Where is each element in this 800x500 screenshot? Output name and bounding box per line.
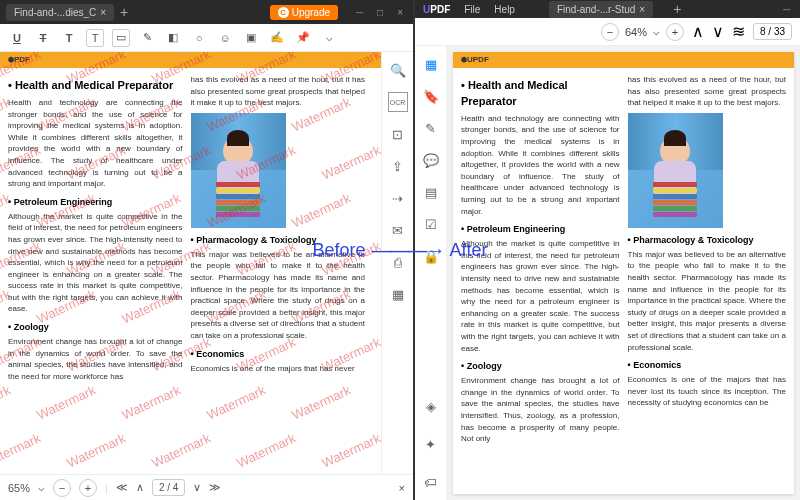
export-icon[interactable]: ⇪ bbox=[388, 156, 408, 176]
new-tab-button[interactable]: + bbox=[120, 4, 128, 20]
upgrade-button[interactable]: CUpgrade bbox=[270, 5, 338, 20]
page-input[interactable]: 2 / 4 bbox=[152, 479, 185, 496]
save-bookmark-icon[interactable]: 🏷 bbox=[421, 472, 441, 492]
content-left: ⬢ PDF Health and Medical Preparator Heal… bbox=[0, 52, 413, 474]
zoom-value: 64% bbox=[625, 26, 647, 38]
heading: Pharmacology & Toxicology bbox=[628, 234, 787, 247]
ai-icon[interactable]: ✦ bbox=[421, 434, 441, 454]
underline-button[interactable]: U bbox=[8, 29, 26, 47]
first-page-icon[interactable]: ≪ bbox=[116, 481, 128, 494]
menu-file[interactable]: File bbox=[464, 4, 480, 15]
heading: Economics bbox=[628, 359, 787, 372]
format-toolbar: U T T T ▭ ✎ ◧ ○ ☺ ▣ ✍ 📌 ⌵ bbox=[0, 24, 413, 52]
paragraph: Health and technology are connecting the… bbox=[8, 97, 183, 190]
signature-icon[interactable]: ✍ bbox=[268, 29, 286, 47]
mail-icon[interactable]: ✉ bbox=[388, 220, 408, 240]
heading: Health and Medical Preparator bbox=[461, 78, 620, 110]
next-page-icon[interactable]: ∨ bbox=[193, 481, 201, 494]
flatten-icon[interactable]: ▦ bbox=[388, 284, 408, 304]
paragraph: Economics is one of the majors that has … bbox=[628, 374, 787, 409]
pencil-icon[interactable]: ✎ bbox=[138, 29, 156, 47]
page-input[interactable]: 8 / 33 bbox=[753, 23, 792, 40]
bottom-bar-left: 65% ⌵ − + | ≪ ∧ 2 / 4 ∨ ≫ × bbox=[0, 474, 413, 500]
edit-icon[interactable]: ✎ bbox=[421, 118, 441, 138]
document-right: ⬢ UPDF Health and Medical Preparator Hea… bbox=[453, 52, 794, 494]
pin-icon[interactable]: 📌 bbox=[294, 29, 312, 47]
minimize-icon[interactable]: ─ bbox=[783, 4, 790, 15]
zoom-in-button[interactable]: + bbox=[666, 23, 684, 41]
right-sidebar-left-pane: 🔍 OCR ⊡ ⇪ ⇢ ✉ ⎙ ▦ bbox=[381, 52, 413, 474]
text-button[interactable]: T bbox=[60, 29, 78, 47]
titlebar-left: Find-and-...dies_C× + CUpgrade ─ □ × bbox=[0, 0, 413, 24]
zoom-out-button[interactable]: − bbox=[53, 479, 71, 497]
note-button[interactable]: ▭ bbox=[112, 29, 130, 47]
doc-header: ⬢ PDF bbox=[0, 52, 381, 68]
organize-icon[interactable]: ▤ bbox=[421, 182, 441, 202]
before-after-label: Before ———→ After bbox=[312, 239, 487, 262]
tab-title: Find-and-...r-Stud bbox=[557, 4, 635, 15]
textbox-button[interactable]: T bbox=[86, 29, 104, 47]
shapes-icon[interactable]: ○ bbox=[190, 29, 208, 47]
eraser-icon[interactable]: ◧ bbox=[164, 29, 182, 47]
strike-button[interactable]: T bbox=[34, 29, 52, 47]
photo bbox=[191, 113, 286, 228]
updf-logo: UPDF bbox=[423, 4, 450, 15]
window-controls: ─ □ × bbox=[346, 7, 413, 18]
attach-icon[interactable]: ⌵ bbox=[320, 29, 338, 47]
zoom-dropdown-icon[interactable]: ⌵ bbox=[38, 481, 45, 494]
form-icon[interactable]: ☑ bbox=[421, 214, 441, 234]
menubar-right: UPDF File Help Find-and-...r-Stud× + ─ bbox=[415, 0, 800, 18]
doc-header: ⬢ UPDF bbox=[453, 52, 794, 68]
stamp-icon[interactable]: ▣ bbox=[242, 29, 260, 47]
document-left: ⬢ PDF Health and Medical Preparator Heal… bbox=[0, 52, 381, 474]
heading: Petroleum Engineering bbox=[461, 223, 620, 236]
tab-left[interactable]: Find-and-...dies_C× bbox=[6, 4, 114, 21]
menu-help[interactable]: Help bbox=[494, 4, 515, 15]
arrow-icon: ———→ bbox=[372, 239, 444, 262]
share-icon[interactable]: ⇢ bbox=[388, 188, 408, 208]
close-panel-icon[interactable]: × bbox=[399, 482, 405, 494]
collapse-icon[interactable]: ≋ bbox=[732, 22, 745, 41]
left-sidebar-right-pane: ▦ 🔖 ✎ 💬 ▤ ☑ 🔒 ◈ ✦ 🏷 bbox=[415, 46, 447, 500]
prev-page-icon[interactable]: ∧ bbox=[136, 481, 144, 494]
comment-icon[interactable]: 💬 bbox=[421, 150, 441, 170]
tab-right[interactable]: Find-and-...r-Stud× bbox=[549, 1, 653, 18]
paragraph: This major was believed to be an alterna… bbox=[628, 249, 787, 353]
crop-icon[interactable]: ⊡ bbox=[388, 124, 408, 144]
paragraph: Health and technology are connecting wit… bbox=[461, 113, 620, 217]
paragraph: has this evolved as a need of the hour, … bbox=[628, 74, 787, 109]
new-tab-button[interactable]: + bbox=[673, 1, 681, 17]
after-text: After bbox=[450, 240, 488, 261]
prev-page-icon[interactable]: ∧ bbox=[692, 22, 704, 41]
before-text: Before bbox=[312, 240, 365, 261]
ocr-icon[interactable]: OCR bbox=[388, 92, 408, 112]
zoom-out-button[interactable]: − bbox=[601, 23, 619, 41]
paragraph: Economics is one of the majors that has … bbox=[191, 363, 366, 375]
last-page-icon[interactable]: ≫ bbox=[209, 481, 221, 494]
thumbnails-icon[interactable]: ▦ bbox=[421, 54, 441, 74]
close-icon[interactable]: × bbox=[397, 7, 403, 18]
paragraph: has this evolved as a need of the hour, … bbox=[191, 74, 366, 109]
sticker-icon[interactable]: ☺ bbox=[216, 29, 234, 47]
view-toolbar: − 64% ⌵ + ∧ ∨ ≋ 8 / 33 bbox=[415, 18, 800, 46]
paragraph: Environment change has brought a lot of … bbox=[461, 375, 620, 445]
heading: Economics bbox=[191, 348, 366, 361]
zoom-in-button[interactable]: + bbox=[79, 479, 97, 497]
search-icon[interactable]: 🔍 bbox=[388, 60, 408, 80]
bookmark-icon[interactable]: 🔖 bbox=[421, 86, 441, 106]
heading: Petroleum Engineering bbox=[8, 196, 183, 209]
paragraph: Environment change has brought a lot of … bbox=[8, 336, 183, 382]
minimize-icon[interactable]: ─ bbox=[356, 7, 363, 18]
paragraph: Although the market is quite competitive… bbox=[8, 211, 183, 315]
zoom-dropdown-icon[interactable]: ⌵ bbox=[653, 25, 660, 38]
tab-close-icon[interactable]: × bbox=[639, 4, 645, 15]
layers-icon[interactable]: ◈ bbox=[421, 396, 441, 416]
tab-close-icon[interactable]: × bbox=[100, 7, 106, 18]
maximize-icon[interactable]: □ bbox=[377, 7, 383, 18]
heading: Zoology bbox=[461, 360, 620, 373]
heading: Zoology bbox=[8, 321, 183, 334]
photo bbox=[628, 113, 723, 228]
paragraph: This major was believed to be an alterna… bbox=[191, 249, 366, 342]
next-page-icon[interactable]: ∨ bbox=[712, 22, 724, 41]
zoom-value: 65% bbox=[8, 482, 30, 494]
